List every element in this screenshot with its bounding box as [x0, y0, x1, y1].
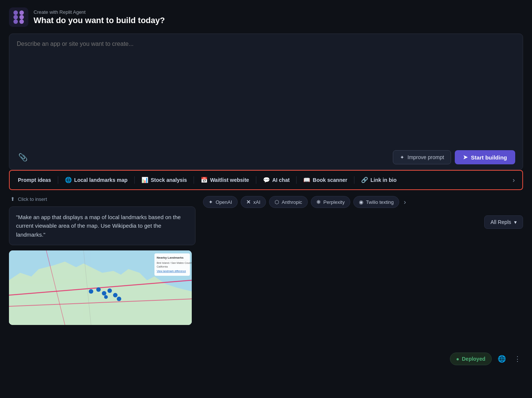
svg-point-20 [104, 295, 108, 299]
svg-point-2 [19, 10, 24, 15]
twilio-icon: ◉ [359, 199, 363, 205]
chip-local-landmarks[interactable]: 🌐 Local landmarks map [61, 174, 131, 186]
api-chip-twilio[interactable]: ◉ Twilio texting [353, 196, 399, 208]
deployed-badge[interactable]: ● Deployed [450, 353, 492, 365]
chip-ai-chat[interactable]: 💬 AI chat [259, 174, 294, 186]
chip-divider-4 [256, 176, 256, 184]
chip-stock-analysis[interactable]: 📊 Stock analysis [138, 174, 191, 186]
svg-text:View landmark difference: View landmark difference [157, 270, 186, 272]
send-icon: ➤ [463, 154, 468, 161]
bar-chart-icon: 📊 [141, 177, 148, 183]
chip-label: Waitlist website [210, 177, 249, 183]
sparkle-icon: ✦ [400, 154, 404, 160]
globe-button[interactable]: 🌐 [495, 353, 508, 365]
chip-label: Link in bio [370, 177, 397, 183]
header-text: Create with Replit Agent What do you wan… [34, 9, 165, 25]
map-preview: Nearby Landmarks Bird Island / San Mateo… [9, 250, 192, 325]
left-panel: ⬆ Click to insert "Make an app that disp… [9, 190, 195, 365]
chip-prompt-ideas[interactable]: Prompt ideas [14, 175, 55, 185]
chip-label: Local landmarks map [74, 177, 128, 183]
replit-logo [9, 7, 28, 27]
xai-icon: ✕ [246, 199, 251, 205]
chip-divider-2 [134, 176, 135, 184]
improve-prompt-button[interactable]: ✦ Improve prompt [393, 150, 451, 164]
lower-section: ⬆ Click to insert "Make an app that disp… [9, 190, 523, 365]
chip-label: AI chat [272, 177, 290, 183]
book-icon: 📖 [303, 177, 310, 183]
svg-point-14 [89, 289, 93, 294]
chip-label: Stock analysis [151, 177, 187, 183]
chip-divider-6 [354, 176, 354, 184]
api-chips-next-button[interactable]: › [404, 198, 406, 206]
api-chip-openai[interactable]: ✦ OpenAI [203, 196, 238, 208]
chip-label: Prompt ideas [18, 177, 51, 183]
svg-point-1 [13, 10, 18, 15]
globe-chip-icon: 🌐 [65, 177, 72, 183]
footer-buttons: ✦ Improve prompt ➤ Start building [393, 150, 515, 164]
paperclip-icon: 📎 [18, 153, 28, 162]
chat-icon: 💬 [263, 177, 270, 183]
svg-point-3 [13, 15, 18, 19]
click-to-insert-label: ⬆ Click to insert [9, 196, 195, 202]
prompt-chips-row: Prompt ideas 🌐 Local landmarks map 📊 Sto… [9, 170, 523, 190]
repls-section: All Repls ▾ [203, 215, 523, 229]
chip-divider-5 [296, 176, 297, 184]
deployed-dot: ● [456, 356, 459, 362]
chevron-down-icon: ▾ [514, 219, 517, 225]
all-repls-dropdown[interactable]: All Repls ▾ [484, 215, 523, 229]
right-panel: ✦ OpenAI ✕ xAI ⬡ Anthropic ❋ Perplexity … [195, 190, 523, 365]
header-subtitle: Create with Replit Agent [34, 9, 165, 15]
api-chip-perplexity[interactable]: ❋ Perplexity [311, 196, 350, 208]
more-options-button[interactable]: ⋮ [512, 353, 523, 365]
ellipsis-icon: ⋮ [514, 355, 521, 363]
openai-icon: ✦ [209, 199, 213, 205]
chip-label: Book scanner [313, 177, 347, 183]
svg-point-16 [102, 291, 106, 296]
calendar-icon: 📅 [201, 177, 208, 183]
deployed-row: ● Deployed 🌐 ⋮ [203, 233, 523, 365]
svg-point-18 [113, 293, 118, 297]
perplexity-icon: ❋ [316, 199, 321, 205]
prompt-input[interactable] [17, 41, 515, 145]
chip-waitlist[interactable]: 📅 Waitlist website [197, 174, 253, 186]
start-building-button[interactable]: ➤ Start building [455, 150, 515, 164]
api-chip-xai[interactable]: ✕ xAI [241, 196, 266, 208]
chip-link-in-bio[interactable]: 🔗 Link in bio [357, 174, 400, 186]
api-chips-row: ✦ OpenAI ✕ xAI ⬡ Anthropic ❋ Perplexity … [203, 196, 523, 208]
page-title: What do you want to build today? [34, 16, 165, 25]
svg-point-17 [107, 288, 112, 293]
svg-text:Nearby Landmarks: Nearby Landmarks [157, 256, 184, 259]
api-chip-anthropic[interactable]: ⬡ Anthropic [269, 196, 308, 208]
link-icon: 🔗 [361, 177, 368, 183]
svg-point-19 [117, 297, 121, 301]
chip-divider [58, 176, 58, 184]
header: Create with Replit Agent What do you wan… [9, 7, 523, 27]
chip-divider-3 [194, 176, 194, 184]
svg-point-4 [19, 15, 24, 19]
anthropic-icon: ⬡ [275, 199, 279, 205]
svg-point-6 [19, 19, 24, 24]
svg-point-15 [96, 287, 101, 292]
chips-next-button[interactable]: › [510, 175, 518, 186]
attach-button[interactable]: 📎 [17, 151, 29, 163]
chip-book-scanner[interactable]: 📖 Book scanner [300, 174, 351, 186]
svg-point-5 [13, 19, 18, 24]
prompt-card[interactable]: "Make an app that displays a map of loca… [9, 206, 195, 245]
svg-rect-0 [9, 7, 28, 27]
insert-icon: ⬆ [10, 196, 15, 202]
svg-text:Bird Island / San Mateo County: Bird Island / San Mateo County [157, 262, 192, 265]
textarea-footer: 📎 ✦ Improve prompt ➤ Start building [17, 150, 515, 164]
textarea-container: 📎 ✦ Improve prompt ➤ Start building [9, 34, 523, 170]
globe-icon: 🌐 [498, 355, 506, 363]
svg-text:California: California [157, 265, 168, 268]
